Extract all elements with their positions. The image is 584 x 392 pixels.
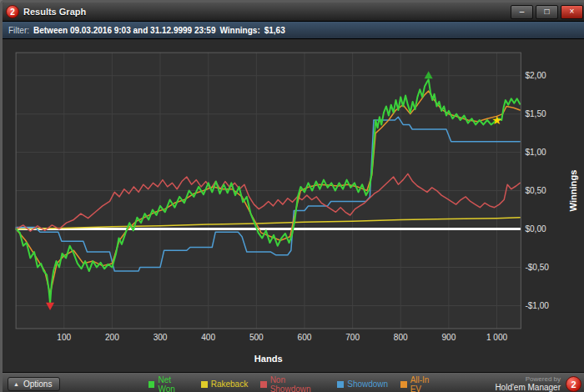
options-button[interactable]: ▲ Options: [8, 377, 60, 391]
legend-label-rakeback: Rakeback: [211, 379, 248, 389]
showdown-swatch-icon: [337, 381, 344, 388]
x-tick-label: 900: [441, 333, 456, 342]
rakeback-swatch-icon: [201, 381, 208, 388]
y-tick-label: $2,00: [525, 71, 546, 80]
minimize-button[interactable]: –: [511, 5, 533, 19]
x-tick-label: 800: [394, 333, 408, 342]
window-title: Results Graph: [23, 7, 508, 17]
x-axis-title: Hands: [254, 354, 283, 364]
x-tick-label: 1 000: [486, 333, 508, 342]
winnings-label: Winnings:: [219, 26, 259, 35]
legend-label-net-won: Net Won: [158, 375, 188, 392]
net-won-swatch-icon: [149, 381, 154, 388]
filter-bar: Filter: Between 09.03.2016 9:03 and 31.1…: [3, 22, 584, 39]
y-tick-label: $1,00: [525, 148, 546, 157]
legend-item-non-showdown: Non Showdown: [260, 375, 325, 392]
options-button-label: Options: [23, 379, 52, 389]
chart-panel: 1002003004005006007008009001 000$2,00$1,…: [3, 39, 584, 372]
results-chart: 1002003004005006007008009001 000$2,00$1,…: [4, 41, 584, 370]
x-tick-label: 300: [154, 333, 168, 342]
y-tick-label: $0,50: [525, 186, 546, 195]
powered-by-block: Powered by Hold'em Manager 2: [495, 376, 581, 392]
filter-label: Filter:: [8, 26, 29, 35]
y-tick-label: -$1,00: [525, 301, 549, 310]
x-tick-label: 100: [57, 333, 71, 342]
close-button[interactable]: ×: [561, 5, 583, 19]
y-axis-title: Winnings: [568, 170, 578, 212]
x-tick-label: 200: [105, 333, 119, 342]
y-tick-label: -$0,50: [525, 263, 549, 272]
app-logo-icon: 2: [6, 5, 19, 18]
brand-name: Hold'em Manager: [495, 384, 561, 392]
legend-item-rakeback: Rakeback: [201, 379, 248, 389]
x-tick-label: 400: [201, 333, 215, 342]
x-tick-label: 700: [345, 333, 360, 342]
legend-label-showdown: Showdown: [347, 379, 388, 389]
brand-logo-icon: 2: [566, 376, 581, 392]
y-tick-label: $1,50: [525, 109, 546, 118]
winnings-value: $1,63: [264, 26, 285, 35]
maximize-button[interactable]: □: [536, 5, 558, 19]
non-showdown-swatch-icon: [260, 381, 267, 388]
x-tick-label: 600: [298, 333, 312, 342]
y-tick-label: $0,00: [525, 224, 546, 234]
legend-label-all-in-ev: All-In EV: [410, 375, 441, 392]
chevron-up-icon: ▲: [13, 381, 19, 387]
filter-range-text: Between 09.03.2016 9:03 and 31.12.9999 2…: [33, 26, 215, 35]
legend-item-net-won: Net Won: [149, 375, 189, 392]
all-in-ev-swatch-icon: [400, 381, 406, 388]
results-graph-window: 2 Results Graph – □ × Filter: Between 09…: [0, 0, 584, 392]
bottom-bar: ▲ Options Net Won Rakeback Non Showdown …: [3, 372, 584, 392]
legend-label-non-showdown: Non Showdown: [270, 375, 325, 392]
x-tick-label: 500: [249, 333, 264, 342]
chart-legend: Net Won Rakeback Non Showdown Showdown A…: [149, 375, 441, 392]
star-marker-icon: ★: [491, 113, 502, 127]
title-bar[interactable]: 2 Results Graph – □ ×: [3, 3, 584, 22]
legend-item-all-in-ev: All-In EV: [400, 375, 441, 392]
legend-item-showdown: Showdown: [337, 379, 388, 389]
